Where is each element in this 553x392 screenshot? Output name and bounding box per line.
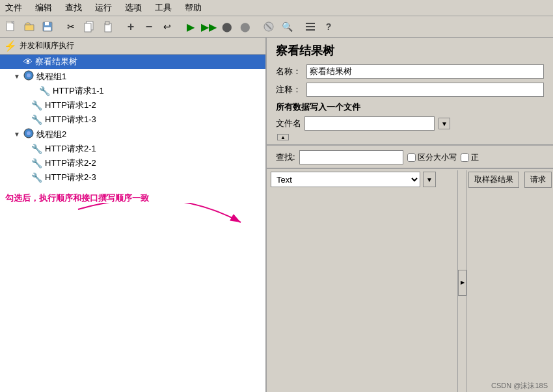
annotation-area: 勾选后，执行顺序和接口撰写顺序一致 [0, 190, 265, 207]
gear-icon-group1 [23, 70, 34, 83]
search-row: 查找: 区分大小写 正 [267, 148, 553, 166]
divider2 [267, 168, 553, 169]
tabs-panel: 取样器结果 请求 [466, 170, 553, 392]
tree-item-req2-3[interactable]: 🔧 HTTP请求2-3 [0, 170, 265, 185]
toolbar-help[interactable]: ? [320, 18, 337, 35]
left-panel: ⚡ 并发和顺序执行 👁 察看结果树 ▼ 线程组1 🔧 HTTP请求1-1 🔧 H… [0, 38, 267, 392]
watermark: CSDN @沫沫18S [491, 381, 548, 391]
menu-run[interactable]: 运行 [92, 1, 115, 14]
svg-rect-11 [306, 23, 315, 24]
tree-item-req2-2[interactable]: 🔧 HTTP请求2-2 [0, 156, 265, 170]
toggle-group2[interactable]: ▼ [13, 131, 21, 138]
toolbar-stop[interactable]: ⬤ [219, 18, 236, 35]
dropdown-row: Text HTML JSON XML RegExp Tester ▼ [267, 170, 457, 189]
annotation-arrow [39, 203, 267, 268]
tree-item-req1-1[interactable]: 🔧 HTTP请求1-1 [0, 84, 265, 98]
menu-file[interactable]: 文件 [3, 1, 25, 14]
regex-checkbox[interactable] [461, 153, 469, 162]
result-tree-label: 察看结果树 [35, 56, 77, 68]
menu-bar: 文件 编辑 查找 运行 选项 工具 帮助 [0, 0, 553, 16]
bottom-area: Text HTML JSON XML RegExp Tester ▼ ✕ HTT… [267, 170, 553, 392]
view-type-dropdown[interactable]: Text HTML JSON XML RegExp Tester [271, 172, 420, 187]
dropdown-arrow-btn[interactable]: ▼ [423, 172, 436, 187]
file-browse-btn[interactable]: ▼ [438, 118, 450, 129]
toggle-group1[interactable]: ▼ [13, 73, 21, 80]
toolbar-start[interactable]: ▶ [182, 18, 199, 35]
name-row: 名称： [267, 62, 553, 81]
toolbar-new[interactable] [3, 18, 20, 35]
section-title: 所有数据写入一个文件 [267, 99, 553, 114]
search-input[interactable] [299, 150, 403, 164]
name-input[interactable] [306, 64, 544, 79]
tree-header-label: 并发和顺序执行 [20, 40, 74, 51]
toolbar-list[interactable] [302, 18, 319, 35]
toolbar-clear[interactable] [260, 18, 277, 35]
toolbar-cut[interactable]: ✂ [62, 18, 79, 35]
toolbar-start-no-pause[interactable]: ▶▶ [200, 18, 217, 35]
mid-scroll: ▶ [457, 170, 466, 392]
menu-edit[interactable]: 编辑 [33, 1, 55, 14]
gear-icon-group2 [23, 128, 34, 140]
search-label: 查找: [276, 151, 295, 163]
wrench-icon-1-1: 🔧 [39, 86, 50, 96]
tree-item-result-tree[interactable]: 👁 察看结果树 [0, 55, 265, 69]
scroll-up-btn[interactable]: ▲ [277, 134, 289, 140]
menu-tools[interactable]: 工具 [152, 1, 174, 14]
tab-sampler-result[interactable]: 取样器结果 [468, 172, 519, 188]
svg-rect-6 [85, 23, 91, 32]
svg-point-17 [27, 131, 31, 135]
tree-item-req1-3[interactable]: 🔧 HTTP请求1-3 [0, 112, 265, 127]
menu-options[interactable]: 选项 [122, 1, 144, 14]
req1-1-label: HTTP请求1-1 [53, 85, 104, 97]
toolbar: ✂ + − ↩ ▶ ▶▶ ⬤ ⬤ 🔍 ? [0, 16, 553, 38]
case-sensitive-label: 区分大小写 [418, 152, 457, 163]
svg-rect-1 [7, 21, 12, 23]
tree-item-req2-1[interactable]: 🔧 HTTP请求2-1 [0, 142, 265, 156]
toolbar-undo[interactable]: ↩ [159, 18, 176, 35]
toolbar-paste[interactable] [99, 18, 116, 35]
comment-label: 注释： [276, 84, 301, 96]
toolbar-open[interactable] [21, 18, 38, 35]
svg-rect-13 [306, 29, 315, 31]
comment-row: 注释： [267, 81, 553, 99]
file-row: 文件名 ▼ [267, 114, 553, 133]
comment-input[interactable] [306, 83, 544, 97]
wrench-icon-2-2: 🔧 [31, 158, 42, 168]
toolbar-search[interactable]: 🔍 [278, 18, 295, 35]
annotation-text: 勾选后，执行顺序和接口撰写顺序一致 [5, 192, 260, 204]
wrench-icon-1-2: 🔧 [31, 100, 42, 111]
req2-3-label: HTTP请求2-3 [45, 172, 96, 183]
name-label: 名称： [276, 66, 301, 77]
toolbar-remove[interactable]: − [141, 18, 157, 35]
req2-2-label: HTTP请求2-2 [45, 157, 96, 169]
tab-request[interactable]: 请求 [524, 172, 552, 188]
group1-label: 线程组1 [36, 71, 66, 83]
svg-rect-8 [105, 21, 109, 25]
menu-find[interactable]: 查找 [62, 1, 85, 14]
toolbar-copy[interactable] [81, 18, 98, 35]
wrench-icon-2-3: 🔧 [31, 172, 42, 183]
mid-scroll-btn[interactable]: ▶ [458, 270, 466, 296]
toolbar-add[interactable]: + [122, 18, 139, 35]
checkbox-case: 区分大小写 [407, 152, 457, 163]
toolbar-shutdown[interactable]: ⬤ [237, 18, 254, 35]
tree-item-group2[interactable]: ▼ 线程组2 [0, 127, 265, 142]
parallel-icon: ⚡ [4, 40, 17, 52]
menu-help[interactable]: 帮助 [182, 1, 204, 14]
case-sensitive-checkbox[interactable] [407, 153, 416, 162]
svg-rect-4 [44, 27, 51, 31]
req2-1-label: HTTP请求2-1 [45, 143, 96, 155]
toolbar-save[interactable] [39, 18, 56, 35]
svg-point-15 [27, 73, 31, 77]
result-panel: Text HTML JSON XML RegExp Tester ▼ ✕ HTT… [267, 170, 457, 392]
wrench-icon-1-3: 🔧 [31, 114, 42, 125]
file-field[interactable] [304, 116, 435, 131]
right-panel: 察看结果树 名称： 注释： 所有数据写入一个文件 文件名 ▼ ▲ 查找: 区分大… [267, 38, 553, 392]
wrench-icon-2-1: 🔧 [31, 144, 42, 154]
req1-3-label: HTTP请求1-3 [45, 114, 96, 125]
tree-item-req1-2[interactable]: 🔧 HTTP请求1-2 [0, 98, 265, 112]
tree-item-group1[interactable]: ▼ 线程组1 [0, 69, 265, 84]
file-label: 文件名 [276, 118, 302, 129]
divider1 [267, 144, 553, 146]
eye-icon: 👁 [23, 57, 33, 67]
